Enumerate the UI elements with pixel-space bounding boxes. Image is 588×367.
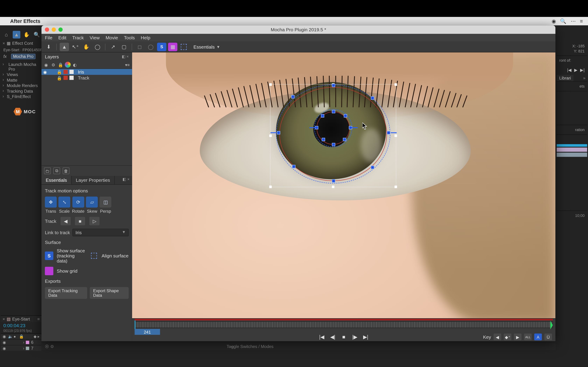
- viewer-canvas[interactable]: [132, 52, 555, 318]
- show-grid-toggle[interactable]: [45, 267, 53, 275]
- close-icon[interactable]: ×: [3, 41, 5, 46]
- lock-icon[interactable]: 🔒: [57, 70, 62, 74]
- menu-view[interactable]: View: [90, 35, 100, 40]
- processing-column-icon[interactable]: ⚙: [50, 62, 56, 68]
- panel-dock-icon[interactable]: ◧: [122, 177, 126, 181]
- next-key-button[interactable]: ▶: [514, 334, 522, 341]
- menu-track[interactable]: Track: [72, 35, 84, 40]
- prev-key-button[interactable]: ◀: [494, 334, 501, 341]
- control-point[interactable]: [332, 84, 335, 87]
- xspline-tool-icon[interactable]: ↗: [108, 42, 118, 51]
- align-surface-icon[interactable]: [179, 42, 188, 51]
- layer-color-swatch[interactable]: [26, 346, 29, 350]
- tree-tracking-data[interactable]: Tracking Data: [1, 88, 42, 94]
- menu-movie[interactable]: Movie: [105, 35, 118, 40]
- show-surface-off-icon[interactable]: ◻: [135, 42, 144, 51]
- panel-close-icon[interactable]: ×: [127, 55, 129, 59]
- hand-tool-icon[interactable]: ✋: [23, 31, 31, 39]
- track-backward-button[interactable]: ◀: [61, 217, 71, 225]
- duplicate-layer-icon[interactable]: ⧉: [53, 167, 60, 174]
- eye-icon[interactable]: ◉: [3, 340, 7, 344]
- link-to-track-dropdown[interactable]: Iris ▼: [72, 229, 129, 236]
- tangent-handle[interactable]: [309, 127, 315, 128]
- visibility-column-icon[interactable]: ◉: [43, 62, 49, 68]
- key-all-button[interactable]: ALL: [524, 334, 532, 341]
- project-item-label[interactable]: Eye-Start · FP001450PD05: [1, 47, 42, 53]
- zoom-tool-icon[interactable]: 🔍: [33, 31, 41, 39]
- stop-button[interactable]: ■: [340, 334, 347, 341]
- control-point[interactable]: [322, 138, 325, 141]
- show-surface-toggle[interactable]: S: [45, 252, 53, 260]
- delete-layer-icon[interactable]: 🗑: [63, 167, 69, 174]
- go-to-start-button[interactable]: |◀: [318, 334, 326, 341]
- add-key-button[interactable]: ◆⁺: [504, 334, 511, 341]
- plugin-name[interactable]: Mocha Pro: [11, 54, 35, 59]
- work-area-end-marker[interactable]: [557, 144, 587, 147]
- layer-matte-swatch[interactable]: [69, 70, 74, 74]
- tangent-handle[interactable]: [352, 127, 358, 128]
- control-point[interactable]: [277, 131, 280, 134]
- menu-edit[interactable]: Edit: [58, 35, 66, 40]
- show-grid-icon[interactable]: ▦: [168, 42, 177, 51]
- motion-rotate-toggle[interactable]: ⟳: [72, 197, 84, 208]
- control-point[interactable]: [371, 166, 374, 169]
- eye-icon[interactable]: ◉: [3, 346, 7, 350]
- control-point[interactable]: [344, 114, 347, 117]
- auto-key-button[interactable]: A: [534, 334, 542, 341]
- track-forward-button[interactable]: ▷: [89, 217, 100, 225]
- tangent-handle[interactable]: [391, 132, 397, 133]
- menu-tools[interactable]: Tools: [124, 35, 135, 40]
- show-planar-off-icon[interactable]: ◯: [146, 42, 156, 51]
- timeline-tab[interactable]: Eye-Start: [12, 317, 30, 321]
- pointer-tool-icon[interactable]: ▲: [60, 42, 69, 51]
- layer-row-iris[interactable]: ◉ 🔒 Iris: [42, 69, 132, 75]
- new-folder-icon[interactable]: 🗀: [44, 167, 51, 174]
- control-point[interactable]: [343, 138, 346, 141]
- control-point[interactable]: [291, 95, 294, 98]
- layer-name[interactable]: Iris: [78, 69, 84, 75]
- motion-perspective-toggle[interactable]: ◫: [100, 197, 112, 208]
- prev-frame-icon[interactable]: |◀: [567, 68, 572, 73]
- eye-icon[interactable]: ◉: [43, 70, 48, 74]
- menu-help[interactable]: Help: [141, 35, 150, 40]
- layer-matte-swatch[interactable]: [69, 76, 74, 80]
- control-point[interactable]: [387, 131, 390, 134]
- close-icon[interactable]: ×: [3, 317, 5, 321]
- spotlight-icon[interactable]: 🔍: [560, 18, 566, 24]
- color-column-icon[interactable]: [65, 62, 71, 68]
- panel-close-icon[interactable]: ×: [127, 177, 130, 181]
- panel-dock-icon[interactable]: ◧: [122, 55, 126, 59]
- tree-s-filmeffect[interactable]: S_FilmEffect: [1, 94, 42, 99]
- menu-file[interactable]: File: [45, 35, 52, 40]
- export-shape-button[interactable]: Export Shape Data: [90, 287, 129, 299]
- lock-column-icon[interactable]: 🔒: [19, 334, 23, 339]
- solo-column-icon[interactable]: ●: [13, 334, 18, 339]
- show-surface-icon[interactable]: S: [157, 42, 166, 51]
- go-to-end-button[interactable]: ▶|: [362, 334, 370, 341]
- matte-column-icon[interactable]: ◐: [72, 62, 78, 68]
- eye-column-icon[interactable]: ◉: [3, 334, 7, 339]
- control-center-icon[interactable]: ≡: [580, 18, 583, 24]
- workspace-dropdown[interactable]: Essentials ▼: [193, 44, 220, 49]
- tab-layer-properties[interactable]: Layer Properties: [72, 176, 115, 184]
- lock-icon[interactable]: ▦: [7, 41, 10, 46]
- control-point[interactable]: [292, 165, 295, 168]
- home-icon[interactable]: ⌂: [3, 31, 10, 39]
- layer-panel-menu-icon[interactable]: ▾≡: [124, 62, 130, 68]
- control-point[interactable]: [315, 126, 318, 129]
- hand-tool-icon[interactable]: ✋: [82, 42, 91, 51]
- layer-color-swatch[interactable]: [26, 341, 29, 344]
- panel-menu-icon[interactable]: »: [581, 75, 587, 81]
- layer-name[interactable]: Track: [78, 75, 89, 80]
- timeline-layer-row[interactable]: ◉ › 6: [1, 339, 42, 345]
- selection-tool-icon[interactable]: ▲: [13, 31, 20, 39]
- layer-bar[interactable]: [557, 153, 587, 157]
- tree-matte[interactable]: Matte: [1, 77, 42, 83]
- control-point[interactable]: [371, 96, 374, 100]
- zoom-tool-icon[interactable]: ◯: [93, 42, 102, 51]
- align-surface-button[interactable]: [90, 252, 98, 260]
- play-icon[interactable]: ▶: [574, 68, 578, 73]
- fx-toggle[interactable]: fx: [3, 54, 7, 59]
- motion-translation-toggle[interactable]: ✥: [45, 197, 57, 208]
- lock-icon[interactable]: 🔒: [57, 75, 62, 80]
